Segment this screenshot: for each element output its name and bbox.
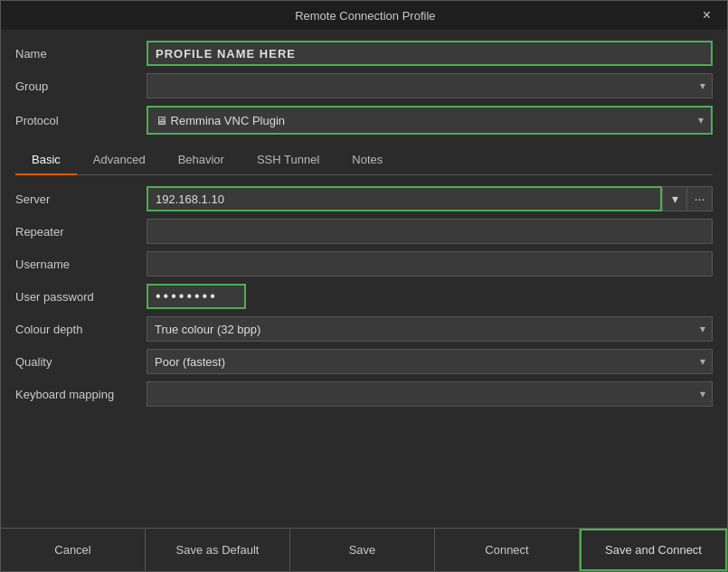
colour-depth-row: Colour depth True colour (32 bpp) ▾	[15, 316, 713, 342]
protocol-select[interactable]: 🖥 Remmina VNC Plugin	[148, 108, 711, 133]
username-label: Username	[15, 258, 147, 271]
server-more-button[interactable]: ···	[687, 186, 713, 211]
group-select-wrapper: ▾	[147, 73, 713, 98]
repeater-input[interactable]	[147, 219, 713, 244]
protocol-label: Protocol	[15, 114, 147, 127]
repeater-row: Repeater	[15, 219, 713, 244]
password-row: User password	[15, 284, 713, 309]
colour-depth-select-wrapper: True colour (32 bpp) ▾	[147, 316, 713, 342]
keyboard-label: Keyboard mapping	[15, 388, 147, 401]
repeater-label: Repeater	[15, 225, 147, 239]
server-label: Server	[15, 192, 147, 206]
protocol-select-wrapper: 🖥 Remmina VNC Plugin ▾	[147, 106, 713, 135]
server-dropdown-button[interactable]: ▾	[662, 186, 687, 211]
username-input[interactable]	[147, 251, 713, 277]
group-select[interactable]	[147, 73, 713, 98]
tabs: Basic Advanced Behavior SSH Tunnel Notes	[15, 145, 713, 175]
dialog-body: Name Group ▾ Protocol 🖥 Remmina VNC Plug…	[1, 30, 727, 528]
keyboard-select-wrapper: ▾	[147, 381, 713, 407]
close-button[interactable]: ×	[697, 5, 716, 25]
colour-depth-select[interactable]: True colour (32 bpp)	[147, 316, 713, 342]
name-label: Name	[15, 47, 147, 61]
quality-label: Quality	[15, 355, 147, 369]
username-row: Username	[15, 251, 713, 277]
connect-button[interactable]: Connect	[435, 529, 580, 571]
quality-select[interactable]: Poor (fastest)	[147, 349, 713, 374]
server-row: Server ▾ ···	[15, 186, 713, 211]
quality-select-wrapper: Poor (fastest) ▾	[147, 349, 713, 374]
name-row: Name	[15, 41, 713, 66]
save-default-button[interactable]: Save as Default	[146, 529, 290, 571]
dialog-footer: Cancel Save as Default Save Connect Save…	[1, 528, 727, 571]
tab-advanced[interactable]: Advanced	[77, 145, 162, 175]
dialog-title: Remote Connection Profile	[33, 9, 697, 23]
group-row: Group ▾	[15, 73, 713, 98]
server-input-group: ▾ ···	[147, 186, 713, 211]
group-label: Group	[15, 80, 147, 93]
tab-behavior[interactable]: Behavior	[162, 145, 241, 175]
tab-notes[interactable]: Notes	[336, 145, 399, 175]
keyboard-select[interactable]	[147, 381, 713, 407]
name-input[interactable]	[147, 41, 713, 66]
tab-ssh-tunnel[interactable]: SSH Tunnel	[241, 145, 336, 175]
quality-row: Quality Poor (fastest) ▾	[15, 349, 713, 374]
keyboard-row: Keyboard mapping ▾	[15, 381, 713, 407]
tab-basic[interactable]: Basic	[15, 145, 77, 175]
colour-depth-label: Colour depth	[15, 323, 147, 336]
password-label: User password	[15, 290, 147, 304]
titlebar: Remote Connection Profile ×	[1, 1, 727, 30]
server-input[interactable]	[147, 186, 662, 211]
password-input[interactable]	[147, 284, 246, 309]
cancel-button[interactable]: Cancel	[1, 529, 146, 571]
save-connect-button[interactable]: Save and Connect	[580, 529, 727, 571]
save-button[interactable]: Save	[290, 529, 435, 571]
protocol-row: Protocol 🖥 Remmina VNC Plugin ▾	[15, 106, 713, 135]
dialog: Remote Connection Profile × Name Group ▾…	[0, 0, 728, 572]
